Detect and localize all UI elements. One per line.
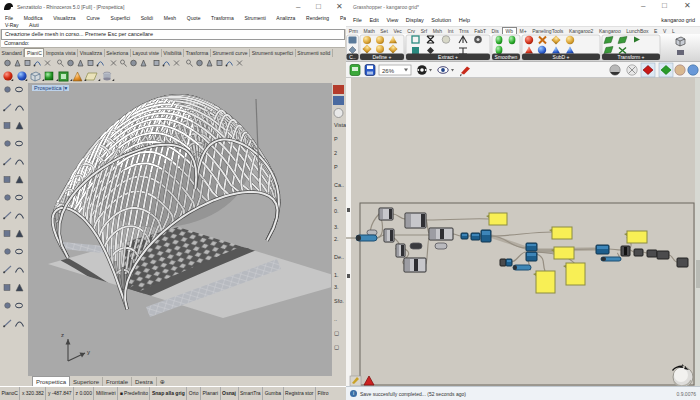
svg-text:26%: 26%	[382, 68, 395, 74]
svg-text:Smoothen: Smoothen	[495, 54, 518, 60]
svg-text:P: P	[334, 136, 338, 142]
svg-text:1.: 1.	[334, 272, 339, 278]
svg-text:▢: ▢	[334, 330, 339, 336]
svg-text:..: ..	[334, 316, 338, 322]
svg-text:P: P	[334, 164, 338, 170]
svg-text:Define +: Define +	[373, 54, 392, 60]
svg-text:2.: 2.	[334, 236, 339, 242]
svg-text:3.: 3.	[334, 284, 339, 290]
svg-text:De..: De..	[334, 254, 345, 260]
svg-text:5.: 5.	[334, 196, 339, 202]
svg-text:2: 2	[334, 150, 337, 156]
svg-text:Transform +: Transform +	[618, 54, 645, 60]
svg-text:y: y	[87, 349, 90, 355]
svg-text:Sfo.: Sfo.	[334, 298, 344, 304]
svg-text:SubD +: SubD +	[553, 54, 570, 60]
svg-text:Ca..: Ca..	[334, 182, 345, 188]
svg-text:C..: C..	[349, 54, 355, 60]
svg-text:Extract +: Extract +	[438, 54, 458, 60]
svg-text:▢: ▢	[334, 344, 339, 350]
svg-text:Vista: Vista	[334, 122, 346, 128]
svg-text:0.: 0.	[334, 208, 339, 214]
svg-text:3.: 3.	[334, 224, 339, 230]
svg-text:z: z	[61, 332, 64, 338]
